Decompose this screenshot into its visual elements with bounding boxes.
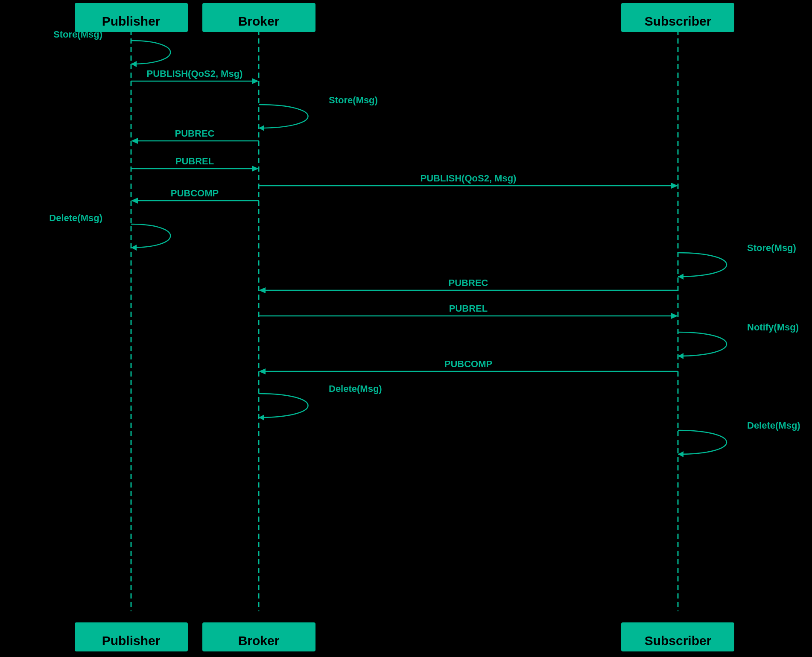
svg-marker-12 — [671, 183, 678, 189]
delete-msg-sub-label: Delete(Msg) — [747, 420, 800, 431]
svg-marker-18 — [259, 287, 266, 293]
svg-marker-6 — [259, 125, 264, 131]
publisher-top-label: Publisher — [102, 14, 161, 28]
svg-marker-16 — [678, 274, 683, 280]
svg-marker-23 — [259, 368, 266, 374]
broker-bottom-label: Broker — [238, 634, 280, 648]
svg-marker-21 — [678, 353, 683, 359]
notify-msg-sub-label: Notify(Msg) — [747, 322, 799, 333]
subscriber-bottom-label: Subscriber — [645, 634, 712, 648]
svg-marker-25 — [678, 451, 683, 457]
store-msg-sub-label: Store(Msg) — [747, 242, 796, 253]
svg-marker-24 — [259, 415, 264, 420]
diagram-svg: Store(Msg) PUBLISH(QoS2, Msg) Store(Msg)… — [0, 0, 812, 657]
delete-msg-pub-label: Delete(Msg) — [49, 213, 102, 223]
svg-marker-14 — [131, 198, 138, 204]
publisher-bottom-label: Publisher — [102, 634, 161, 648]
pubrel2-label: PUBREL — [449, 303, 488, 314]
svg-marker-8 — [131, 138, 138, 144]
svg-marker-10 — [252, 166, 259, 172]
svg-marker-5 — [252, 78, 259, 84]
delete-msg-broker-label: Delete(Msg) — [329, 383, 382, 394]
pubcomp2-label: PUBCOMP — [444, 359, 492, 369]
pubrel1-label: PUBREL — [175, 156, 214, 166]
pubrec2-label: PUBREC — [449, 277, 488, 288]
broker-top-label: Broker — [238, 14, 280, 28]
subscriber-top-label: Subscriber — [645, 14, 712, 28]
svg-marker-3 — [131, 61, 137, 67]
svg-marker-15 — [131, 245, 137, 251]
publish-qos2-broker-label: PUBLISH(QoS2, Msg) — [421, 173, 517, 184]
pubcomp1-label: PUBCOMP — [171, 188, 219, 199]
store-msg-broker-label: Store(Msg) — [329, 95, 378, 105]
pubrec1-label: PUBREC — [175, 128, 215, 139]
svg-marker-20 — [671, 313, 678, 319]
publish-qos2-pub-label: PUBLISH(QoS2, Msg) — [147, 68, 243, 79]
sequence-diagram: Store(Msg) PUBLISH(QoS2, Msg) Store(Msg)… — [0, 0, 812, 657]
